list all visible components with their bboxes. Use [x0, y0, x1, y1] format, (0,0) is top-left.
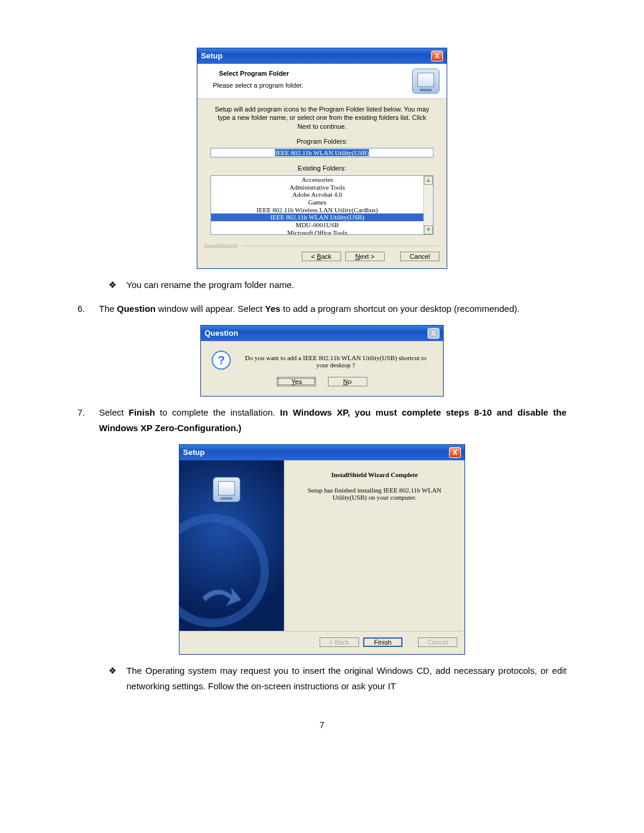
list-item[interactable]: MDU-0001USB — [211, 221, 423, 229]
diamond-bullet-icon: ❖ — [106, 663, 118, 695]
scroll-down-icon[interactable]: ▼ — [424, 225, 433, 234]
installshield-label: InstallShield — [205, 242, 238, 249]
program-folder-value: IEEE 802.11b WLAN Utility(USB) — [275, 149, 369, 156]
close-icon[interactable]: X — [449, 447, 461, 458]
yes-button[interactable]: Yes — [277, 377, 316, 386]
question-titlebar[interactable]: Question X — [201, 326, 443, 341]
list-item[interactable]: Accessories — [211, 176, 423, 184]
wizard-artwork — [179, 460, 284, 631]
question-title: Question — [205, 327, 238, 340]
question-dialog: Question X ? Do you want to add a IEEE 8… — [200, 325, 444, 397]
close-icon[interactable]: X — [431, 51, 443, 61]
finish-button[interactable]: Finish — [363, 637, 402, 647]
cancel-button: Cancel — [418, 637, 457, 647]
bullet-os-request: The Operating system may request you to … — [126, 663, 566, 695]
bullet-rename: You can rename the program folder name. — [126, 277, 566, 293]
setup1-titlebar[interactable]: Setup X — [197, 48, 447, 64]
computer-icon — [412, 69, 439, 94]
list-item[interactable]: Adobe Acrobat 4.0 — [211, 191, 423, 199]
step7-number: 7. — [78, 405, 91, 436]
step7-text: Select Finish to complete the installati… — [99, 405, 566, 436]
list-item[interactable]: IEEE 802.11b WLAN Utility(USB) — [211, 213, 423, 221]
setup1-heading: Select Program Folder — [219, 70, 289, 77]
existing-folders-label: Existing Folders: — [210, 163, 434, 174]
list-item[interactable]: Administrative Tools — [211, 184, 423, 191]
back-button[interactable]: < Back — [302, 252, 341, 261]
question-mark-icon: ? — [212, 351, 231, 370]
step6-text: The Question window will appear. Select … — [99, 301, 566, 317]
finish-title: Setup — [183, 447, 205, 459]
finish-body: Setup has finished installing IEEE 802.1… — [296, 487, 453, 501]
setup-finish-dialog: Setup X InstallShield Wizard Complete Se… — [179, 444, 465, 655]
diamond-bullet-icon: ❖ — [106, 277, 118, 293]
list-item[interactable]: Microsoft Office Tools — [211, 229, 423, 235]
setup1-title: Setup — [201, 50, 222, 63]
setup1-subheading: Please select a program folder. — [205, 80, 304, 91]
list-item[interactable]: Games — [211, 199, 423, 206]
program-folder-input[interactable]: IEEE 802.11b WLAN Utility(USB) — [210, 148, 434, 157]
scroll-up-icon[interactable]: ▲ — [424, 176, 433, 185]
question-text: Do you want to add a IEEE 802.11b WLAN U… — [239, 351, 432, 368]
step6-number: 6. — [78, 301, 91, 317]
computer-icon — [213, 477, 240, 502]
existing-folders-listbox[interactable]: AccessoriesAdministrative ToolsAdobe Acr… — [210, 175, 434, 235]
list-item[interactable]: IEEE 802.11b Wireless LAN Utility(Cardbu… — [211, 206, 423, 214]
next-button[interactable]: Next > — [345, 252, 385, 261]
page-number: 7 — [78, 718, 566, 732]
finish-heading: InstallShield Wizard Complete — [296, 471, 453, 478]
listbox-scrollbar[interactable]: ▲ ▼ — [423, 176, 433, 234]
no-button[interactable]: No — [328, 377, 367, 386]
back-button: < Back — [320, 637, 359, 647]
finish-titlebar[interactable]: Setup X — [179, 445, 465, 460]
cancel-button[interactable]: Cancel — [400, 252, 439, 261]
setup-program-folder-dialog: Setup X Select Program Folder Please sel… — [197, 48, 447, 269]
divider — [242, 246, 439, 246]
setup1-instructions: Setup will add program icons to the Prog… — [210, 105, 434, 131]
close-icon[interactable]: X — [428, 328, 439, 339]
program-folders-label: Program Folders: — [210, 137, 434, 147]
